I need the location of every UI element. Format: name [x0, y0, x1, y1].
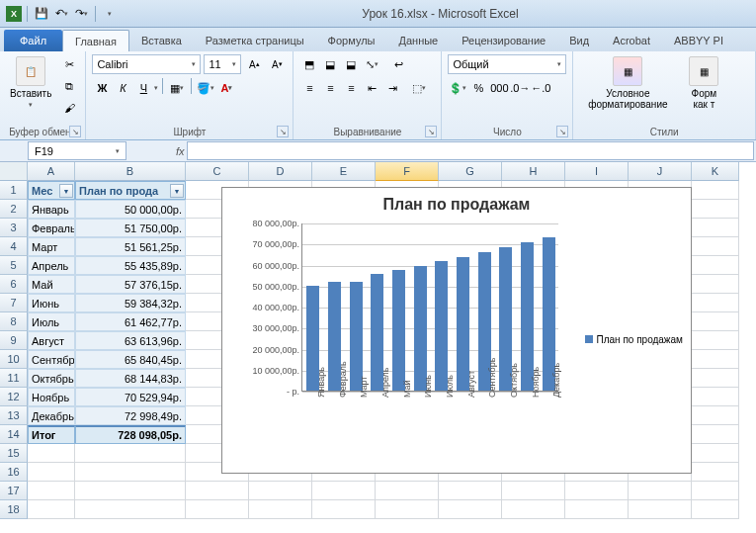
orientation-icon[interactable]: ⤡▾ — [362, 54, 381, 74]
row-header[interactable]: 2 — [0, 200, 28, 219]
cell[interactable]: 51 750,00р. — [75, 219, 186, 237]
bar[interactable] — [435, 261, 448, 391]
row-header[interactable]: 14 — [0, 425, 28, 444]
font-name-combo[interactable]: Calibri▾ — [92, 54, 201, 74]
cell[interactable] — [28, 463, 75, 482]
cell[interactable] — [249, 482, 312, 500]
cell[interactable]: Январь — [28, 200, 75, 219]
row-header[interactable]: 13 — [0, 406, 28, 425]
formula-bar[interactable] — [187, 141, 754, 160]
row-header[interactable]: 6 — [0, 275, 28, 294]
redo-icon[interactable]: ↷▾ — [72, 5, 90, 23]
launcher-icon[interactable]: ↘ — [556, 126, 568, 137]
col-header[interactable]: I — [565, 162, 629, 181]
file-tab[interactable]: Файл — [4, 30, 62, 51]
cell[interactable] — [692, 406, 739, 425]
col-header[interactable]: K — [692, 162, 739, 181]
cell[interactable] — [565, 482, 629, 500]
cell[interactable] — [249, 500, 312, 519]
cell[interactable] — [186, 482, 249, 500]
cell[interactable] — [502, 500, 565, 519]
underline-button[interactable]: Ч — [133, 78, 153, 98]
row-header[interactable]: 12 — [0, 388, 28, 406]
col-header[interactable]: B — [75, 162, 186, 181]
cell[interactable]: Май — [28, 275, 75, 294]
cell[interactable] — [439, 500, 502, 519]
col-header[interactable]: A — [28, 162, 75, 181]
cell[interactable]: 63 613,96р. — [75, 331, 186, 350]
cell[interactable] — [28, 500, 75, 519]
filter-dropdown-icon[interactable]: ▼ — [170, 184, 184, 198]
cell[interactable] — [692, 500, 739, 519]
cell[interactable]: Март — [28, 237, 75, 256]
bold-button[interactable]: Ж — [92, 78, 112, 98]
col-header[interactable]: H — [502, 162, 565, 181]
cell[interactable] — [692, 312, 739, 331]
tab-acrobat[interactable]: Acrobat — [601, 30, 662, 51]
cell[interactable] — [629, 482, 692, 500]
cell[interactable] — [312, 482, 376, 500]
cell[interactable]: Февраль — [28, 219, 75, 237]
row-header[interactable]: 17 — [0, 482, 28, 500]
row-header[interactable]: 16 — [0, 463, 28, 482]
wrap-text-icon[interactable]: ↩ — [388, 54, 408, 74]
cell[interactable] — [75, 444, 186, 463]
cell[interactable] — [692, 463, 739, 482]
currency-icon[interactable]: 💲▾ — [448, 78, 467, 98]
tab-вставка[interactable]: Вставка — [129, 30, 194, 51]
copy-icon[interactable]: ⧉ — [59, 76, 79, 96]
cell[interactable]: Апрель — [28, 256, 75, 275]
cell[interactable] — [692, 256, 739, 275]
font-color-icon[interactable]: A▾ — [216, 78, 236, 98]
row-header[interactable]: 1 — [0, 181, 28, 200]
cell[interactable] — [28, 444, 75, 463]
bar[interactable] — [350, 282, 363, 391]
italic-button[interactable]: К — [113, 78, 132, 98]
filter-dropdown-icon[interactable]: ▼ — [59, 184, 73, 198]
cell[interactable]: Сентябрь — [28, 350, 75, 369]
format-painter-icon[interactable]: 🖌 — [59, 98, 79, 118]
cell[interactable] — [75, 500, 186, 519]
cell[interactable] — [376, 482, 439, 500]
bar[interactable] — [392, 270, 405, 391]
row-header[interactable]: 18 — [0, 500, 28, 519]
cell[interactable] — [439, 482, 502, 500]
row-header[interactable]: 7 — [0, 294, 28, 312]
cell[interactable] — [692, 237, 739, 256]
cell[interactable] — [312, 500, 376, 519]
launcher-icon[interactable]: ↘ — [69, 126, 81, 137]
cell[interactable]: Итог — [28, 425, 75, 444]
cell[interactable] — [28, 482, 75, 500]
cell[interactable] — [692, 331, 739, 350]
cell[interactable]: Ноябрь — [28, 388, 75, 406]
excel-icon[interactable]: X — [6, 6, 22, 22]
fill-color-icon[interactable]: 🪣▾ — [196, 78, 215, 98]
cell[interactable] — [692, 275, 739, 294]
tab-формулы[interactable]: Формулы — [316, 30, 387, 51]
cut-icon[interactable]: ✂ — [59, 54, 79, 74]
cell[interactable] — [502, 482, 565, 500]
cell[interactable]: 51 561,25р. — [75, 237, 186, 256]
cell[interactable] — [376, 500, 439, 519]
format-as-table-button[interactable]: ▦ Форм как т — [680, 54, 727, 112]
comma-icon[interactable]: 000 — [489, 78, 509, 98]
decrease-indent-icon[interactable]: ⇤ — [362, 78, 381, 98]
qat-customize-icon[interactable]: ▾ — [101, 5, 119, 23]
cell[interactable] — [75, 482, 186, 500]
launcher-icon[interactable]: ↘ — [425, 126, 437, 137]
cell[interactable] — [692, 388, 739, 406]
cell[interactable]: Октябрь — [28, 369, 75, 388]
cell[interactable] — [692, 425, 739, 444]
conditional-formatting-button[interactable]: ▦ Условное форматирование — [579, 54, 676, 112]
border-icon[interactable]: ▦▾ — [167, 78, 187, 98]
cell[interactable]: План по прода▼ — [75, 181, 186, 200]
worksheet-grid[interactable]: 123456789101112131415161718 ABCDEFGHIJK … — [0, 162, 756, 533]
percent-icon[interactable]: % — [468, 78, 488, 98]
align-right-icon[interactable]: ≡ — [341, 78, 361, 98]
row-header[interactable]: 8 — [0, 312, 28, 331]
col-header[interactable]: D — [249, 162, 312, 181]
cell[interactable]: 68 144,83р. — [75, 369, 186, 388]
col-header[interactable]: C — [186, 162, 249, 181]
chart-object[interactable]: План по продажам- р.10 000,00р.20 000,00… — [221, 187, 692, 474]
cell[interactable] — [629, 500, 692, 519]
